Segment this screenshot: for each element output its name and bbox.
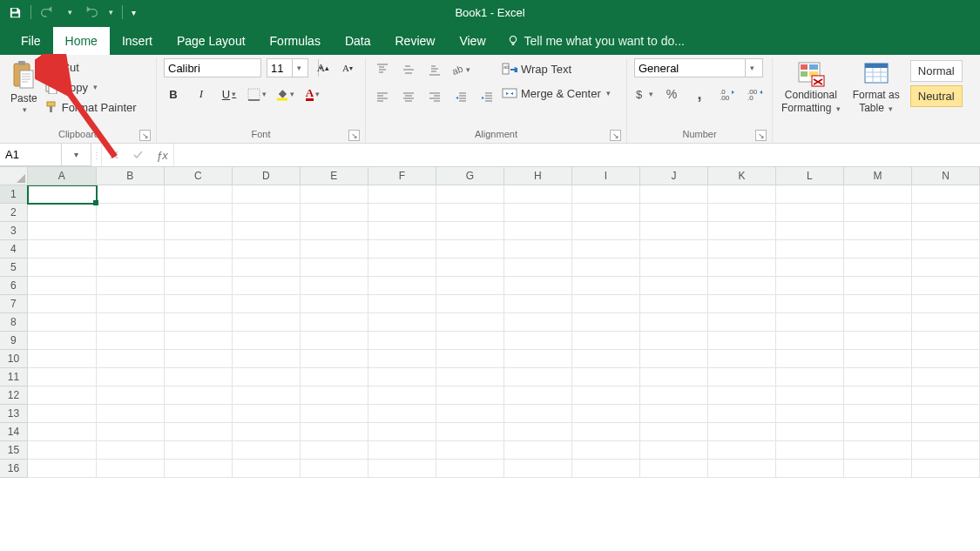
column-header[interactable]: J [640, 167, 708, 185]
cell[interactable] [368, 222, 436, 240]
cell[interactable] [436, 222, 504, 240]
cell[interactable] [640, 295, 708, 313]
cell[interactable] [368, 386, 436, 405]
column-header[interactable]: A [28, 167, 97, 185]
cell[interactable] [165, 405, 233, 423]
cell[interactable] [572, 423, 640, 441]
cell[interactable] [233, 222, 301, 240]
cell[interactable] [640, 405, 708, 423]
cell[interactable] [436, 204, 504, 222]
cell[interactable] [504, 332, 572, 350]
cell[interactable] [640, 423, 708, 441]
cell[interactable] [233, 423, 301, 441]
cell[interactable] [436, 368, 504, 386]
cell[interactable] [301, 295, 368, 313]
cell[interactable] [640, 313, 708, 332]
cancel-formula-button[interactable] [102, 144, 126, 166]
cell[interactable] [776, 423, 844, 441]
grow-font-button[interactable]: A▴ [314, 58, 333, 77]
font-size-input[interactable] [267, 59, 292, 77]
comma-button[interactable]: , [690, 84, 709, 104]
cell[interactable] [844, 313, 912, 332]
format-as-table-button[interactable]: Format as Table ▾ [851, 58, 902, 116]
alignment-dialog-launcher[interactable]: ↘ [610, 130, 621, 141]
cell[interactable] [368, 240, 436, 259]
conditional-formatting-button[interactable]: Conditional Formatting ▾ [780, 58, 842, 116]
cell[interactable] [368, 350, 436, 368]
cell[interactable] [368, 368, 436, 386]
cell[interactable] [97, 441, 165, 460]
cell[interactable] [97, 386, 165, 405]
cell[interactable] [165, 240, 233, 259]
italic-button[interactable]: I [192, 84, 211, 104]
cell[interactable] [776, 222, 844, 240]
cell[interactable] [844, 423, 912, 441]
cell[interactable] [28, 405, 97, 423]
row-header[interactable]: 15 [0, 441, 28, 460]
cell[interactable] [708, 185, 776, 204]
cell[interactable] [165, 368, 233, 386]
cell[interactable] [436, 259, 504, 277]
column-header[interactable]: E [301, 167, 368, 185]
cell[interactable] [233, 185, 301, 204]
cell[interactable] [165, 204, 233, 222]
clipboard-dialog-launcher[interactable]: ↘ [139, 130, 151, 141]
cell[interactable] [844, 441, 912, 460]
cell[interactable] [912, 313, 980, 332]
cell[interactable] [844, 386, 912, 405]
font-color-button[interactable]: A▾ [303, 84, 322, 104]
borders-button[interactable]: ▾ [247, 84, 267, 104]
fill-color-button[interactable]: ▾ [275, 84, 294, 104]
cell[interactable] [572, 185, 640, 204]
chevron-down-icon[interactable]: ▾ [61, 144, 91, 165]
cell[interactable] [708, 350, 776, 368]
cell[interactable] [233, 240, 301, 259]
cell[interactable] [368, 332, 436, 350]
row-header[interactable]: 16 [0, 460, 28, 478]
decrease-decimal-button[interactable]: .00.0 [746, 84, 765, 104]
cell[interactable] [912, 222, 980, 240]
tab-file[interactable]: File [14, 27, 53, 55]
row-header[interactable]: 6 [0, 277, 28, 295]
cell[interactable] [165, 277, 233, 295]
column-header[interactable]: I [572, 167, 640, 185]
cell[interactable] [640, 259, 708, 277]
cell[interactable] [640, 277, 708, 295]
name-box[interactable]: ▾ [0, 144, 91, 166]
cell[interactable] [301, 332, 368, 350]
cell[interactable] [368, 423, 436, 441]
column-header[interactable]: D [233, 167, 301, 185]
cell[interactable] [844, 405, 912, 423]
cell[interactable] [572, 259, 640, 277]
cell[interactable] [97, 240, 165, 259]
column-header[interactable]: H [504, 167, 572, 185]
cell[interactable] [708, 441, 776, 460]
cell[interactable] [28, 222, 97, 240]
cell[interactable] [776, 405, 844, 423]
cell[interactable] [368, 460, 436, 478]
row-header[interactable]: 1 [0, 185, 28, 204]
chevron-down-icon[interactable]: ▾ [745, 59, 759, 77]
cell[interactable] [233, 313, 301, 332]
cell[interactable] [708, 204, 776, 222]
cell[interactable] [97, 277, 165, 295]
insert-function-button[interactable]: ƒx [151, 149, 173, 162]
row-header[interactable]: 4 [0, 240, 28, 259]
cell[interactable] [233, 368, 301, 386]
cell[interactable] [708, 222, 776, 240]
cell[interactable] [912, 259, 980, 277]
cell[interactable] [572, 295, 640, 313]
cell[interactable] [572, 460, 640, 478]
cell[interactable] [165, 332, 233, 350]
cell[interactable] [28, 332, 97, 350]
cell[interactable] [504, 295, 572, 313]
percent-button[interactable]: % [662, 84, 681, 104]
cell[interactable] [301, 185, 368, 204]
cell[interactable] [165, 295, 233, 313]
cell[interactable] [776, 204, 844, 222]
cell[interactable] [28, 460, 97, 478]
format-painter-button[interactable]: Format Painter [44, 98, 137, 116]
cell[interactable] [572, 368, 640, 386]
number-dialog-launcher[interactable]: ↘ [755, 130, 767, 141]
cell[interactable] [504, 350, 572, 368]
